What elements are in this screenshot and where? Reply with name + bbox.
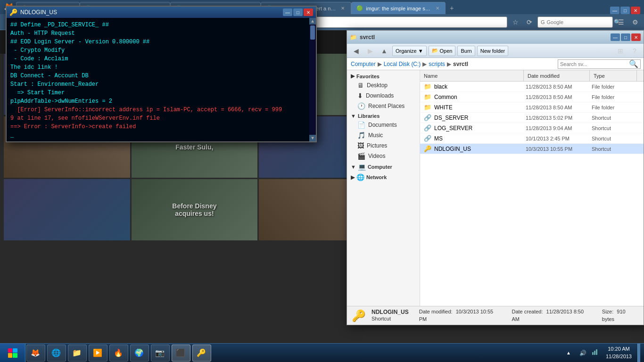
bookmark-button[interactable]: ☆ <box>509 16 521 28</box>
column-type-header[interactable]: Type <box>590 70 637 81</box>
explorer-back-button[interactable]: ◀ <box>350 45 362 57</box>
sidebar-network-header[interactable]: ▶ 🌐 Network <box>347 173 420 182</box>
libraries-label: Libraries <box>358 113 380 119</box>
terminal-body[interactable]: ## Define _PD_IDC_SERVICE_ ## Auth - HTT… <box>7 18 316 141</box>
scrollbar-up-button[interactable]: ▲ <box>309 18 316 25</box>
terminal-minimize-button[interactable]: — <box>283 8 292 16</box>
search-bar[interactable]: G 🔍 <box>537 16 613 28</box>
sidebar-item-desktop[interactable]: 🖥 Desktop <box>347 80 420 90</box>
open-icon: 📂 <box>432 48 438 54</box>
taskbar-ndlogin[interactable]: 🔑 <box>192 345 211 362</box>
menu-button[interactable]: ☰ <box>615 16 627 28</box>
tab-imgur-close[interactable]: ✕ <box>434 5 440 12</box>
taskbar-explorer[interactable]: 📁 <box>68 345 87 362</box>
file-item-ms[interactable]: 🔗 MS 10/1/2013 2:45 PM Shortcut <box>420 133 644 144</box>
breadcrumb-computer[interactable]: Computer <box>350 61 377 67</box>
breadcrumb-svrctl[interactable]: svrctl <box>452 61 469 67</box>
sidebar-item-pictures[interactable]: 🖼 Pictures <box>347 140 420 151</box>
terminal-close-button[interactable]: ✕ <box>304 8 313 16</box>
breadcrumb-disk[interactable]: Local Disk (C:) <box>383 61 422 67</box>
organize-button[interactable]: Organize ▼ <box>392 46 427 56</box>
file-item-log-server[interactable]: 🔗 LOG_SERVER 11/28/2013 9:04 AM Shortcut <box>420 123 644 133</box>
search-input[interactable] <box>547 19 612 25</box>
browser-maximize-button[interactable]: □ <box>620 7 630 14</box>
taskbar-program6[interactable]: 🌍 <box>130 345 149 362</box>
terminal-title-text: NDLOGIN_US <box>20 9 57 16</box>
sidebar-favorites-header[interactable]: ▶ Favorites <box>347 72 420 80</box>
sidebar-libraries-header[interactable]: ▼ Libraries <box>347 112 420 120</box>
system-tray: ▲ 🔊 10:20 AM 11/28/2013 <box>561 344 644 362</box>
sidebar-item-videos[interactable]: 🎬 Videos <box>347 151 420 161</box>
tab-imgur[interactable]: 🟢 imgur: the simple image sharer ✕ <box>351 2 446 14</box>
status-type-label: Shortcut <box>372 316 391 321</box>
taskbar-ie[interactable]: 🌐 <box>47 345 66 362</box>
imgur-image-11[interactable] <box>4 179 130 240</box>
taskbar-program7[interactable]: 📷 <box>151 345 170 362</box>
sidebar-downloads-label: Downloads <box>366 92 394 99</box>
file-white-type: File folder <box>592 105 639 110</box>
change-view-button[interactable]: ⊞ <box>614 45 627 57</box>
tray-expand-button[interactable]: ▲ <box>561 344 576 362</box>
open-button[interactable]: 📂 Open <box>429 46 456 56</box>
terminal-title-icon: 🔑 <box>9 8 17 16</box>
terminal-line-9: Start : Environment_Reader <box>10 80 312 89</box>
scrollbar-track[interactable] <box>309 25 316 135</box>
breadcrumb-scripts[interactable]: scripts <box>428 61 446 67</box>
sidebar-item-recent[interactable]: 🕐 Recent Places <box>347 101 420 111</box>
search-input-explorer[interactable] <box>558 61 627 67</box>
file-item-black[interactable]: 📁 black 11/28/2013 8:50 AM File folder <box>420 82 644 92</box>
tab-sqlserver-close[interactable]: ✕ <box>339 5 346 12</box>
scrollbar-thumb[interactable] <box>310 25 315 40</box>
taskbar-firefox[interactable]: 🦊 <box>26 345 45 362</box>
terminal-line-11: plpAddrTable->dwNumEntries = 2 <box>10 97 312 106</box>
explorer-up-button[interactable]: ▲ <box>378 45 390 57</box>
column-name-header[interactable]: Name <box>420 70 524 81</box>
help-button[interactable]: ? <box>628 45 641 57</box>
clock[interactable]: 10:20 AM 11/28/2013 <box>602 346 636 360</box>
browser-close-button[interactable]: ✕ <box>631 7 640 14</box>
status-date-created: Date created: 11/28/2013 8:50 AM <box>512 308 591 323</box>
sidebar-item-documents[interactable]: 📄 Documents <box>347 120 420 130</box>
taskbar-program5[interactable]: 🔥 <box>109 345 128 362</box>
sidebar-item-music[interactable]: 🎵 Music <box>347 130 420 140</box>
windows-logo <box>8 348 17 358</box>
explorer-close-button[interactable]: ✕ <box>631 33 641 41</box>
burn-button[interactable]: Burn <box>457 46 475 56</box>
terminal-maximize-button[interactable]: □ <box>293 8 303 16</box>
expand-icon: ▲ <box>566 350 571 355</box>
tools-button[interactable]: ⚙ <box>629 16 641 28</box>
show-desktop-button[interactable] <box>637 344 640 362</box>
terminal-line-12: [Error] ServerInfo::incorrect address ip… <box>10 106 312 114</box>
file-item-ndlogin[interactable]: 🔑 NDLOGIN_US 10/3/2013 10:55 PM Shortcut <box>420 144 644 154</box>
explorer-maximize-button[interactable]: □ <box>621 33 630 41</box>
imgur-image-12[interactable]: Before Disney acquires us! <box>132 179 258 240</box>
browser-minimize-button[interactable]: — <box>610 7 619 14</box>
file-black-name: black <box>434 83 447 90</box>
explorer-forward-button[interactable]: ▶ <box>364 45 376 57</box>
start-button[interactable] <box>0 344 25 362</box>
scrollbar-down-button[interactable]: ▼ <box>309 135 316 141</box>
refresh-button[interactable]: ⟳ <box>523 16 536 28</box>
terminal-scrollbar[interactable]: ▲ ▼ <box>309 18 316 141</box>
column-date-header[interactable]: Date modified <box>524 70 590 81</box>
taskbar-media-player[interactable]: ▶️ <box>89 345 107 362</box>
tray-network-icon[interactable] <box>590 348 600 357</box>
status-info: NDLOGIN_US Shortcut <box>372 309 409 322</box>
file-item-common[interactable]: 📁 Common 11/28/2013 8:50 AM File folder <box>420 92 644 102</box>
sidebar-item-downloads[interactable]: ⬇ Downloads <box>347 90 420 101</box>
file-white-date: 11/28/2013 8:50 AM <box>526 105 592 110</box>
network-icon: 🌐 <box>356 173 364 181</box>
terminal-title: 🔑 NDLOGIN_US <box>9 8 57 16</box>
search-bar-explorer[interactable]: 🔍 <box>558 59 641 69</box>
tray-volume-icon[interactable]: 🔊 <box>578 350 588 356</box>
file-ms-date: 10/1/2013 2:45 PM <box>526 136 592 141</box>
new-folder-button[interactable]: New folder <box>477 46 509 56</box>
explorer-minimize-button[interactable]: — <box>611 33 620 41</box>
column-type-label: Type <box>594 73 605 79</box>
taskbar-cmd[interactable]: ⬛ <box>172 345 190 362</box>
sidebar-computer-header[interactable]: ▼ 💻 Computer <box>347 162 420 172</box>
file-item-ds-server[interactable]: 🔗 DS_SERVER 11/28/2013 5:02 PM Shortcut <box>420 113 644 123</box>
file-item-white[interactable]: 📁 WHITE 11/28/2013 8:50 AM File folder <box>420 102 644 113</box>
new-tab-button[interactable]: + <box>446 2 458 14</box>
win-logo-q1 <box>8 348 13 353</box>
